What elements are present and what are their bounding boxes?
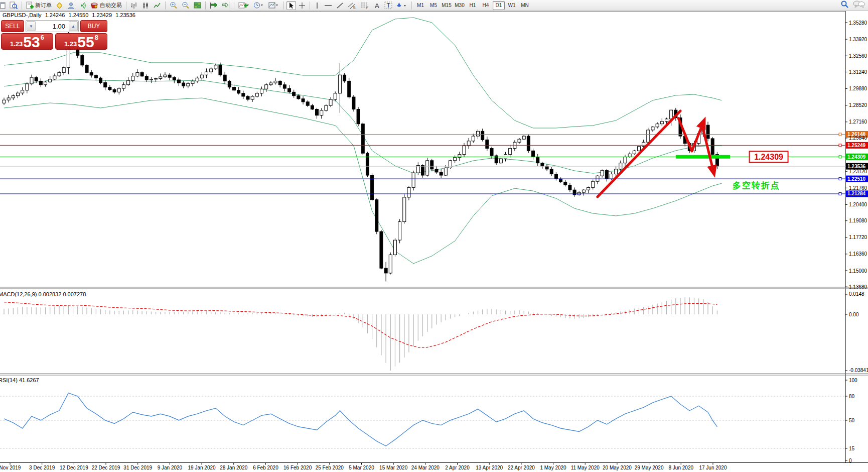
candle-body [246,96,249,99]
candle-body [159,77,162,79]
timeframe-button-H4[interactable]: H4 [480,1,492,10]
timeframe-button-M30[interactable]: M30 [454,1,466,10]
candle-body [39,81,42,84]
candle-body [624,157,627,163]
timeframe-button-M15[interactable]: M15 [441,1,453,10]
volume-down-button[interactable]: ▼ [27,21,36,31]
price-tick-label: 1.15000 [849,268,867,274]
line-chart-icon[interactable] [152,1,163,10]
candle-body [651,127,654,130]
volume-input[interactable]: 1.00 [36,21,68,32]
candle-body [12,96,15,98]
gold-icon[interactable] [54,1,65,10]
candle-body [509,148,512,154]
buy-price-panel[interactable]: 1.23 55 8 [55,33,107,50]
new-order-button[interactable]: 新订单 [25,1,53,10]
rsi-tick-label: 80 [849,394,855,399]
candle-body [53,76,56,79]
sell-price-panel[interactable]: 1.23 53 6 [1,33,53,50]
buy-button[interactable]: BUY [80,20,107,32]
candle-body [407,187,410,197]
zoom-out-icon[interactable] [180,1,191,10]
toolbar-separator [310,2,310,10]
trendline-icon[interactable] [335,1,345,10]
support-zone-bar[interactable] [676,155,730,159]
data-window-icon[interactable] [8,1,19,10]
volume-up-button[interactable]: ▲ [69,21,78,31]
indicators-icon[interactable] [237,1,251,10]
candle-body [200,75,203,78]
buy-price-big: 55 [77,36,94,49]
candle-body [329,99,332,105]
search-icon[interactable] [840,1,849,10]
time-axis[interactable]: Nov 20193 Dec 201912 Dec 201922 Dec 2019… [0,463,727,471]
arrows-icon[interactable] [395,1,409,10]
timeframe-button-H1[interactable]: H1 [467,1,479,10]
toolbar-separator [165,2,166,10]
autotrade-label: 自动交易 [100,2,122,9]
time-tick-label: 25 Feb 2020 [316,465,344,470]
chart-symbol-period: GBPUSD-,Daily [3,12,42,18]
sell-price-big: 53 [23,36,40,49]
candle-body [463,146,466,155]
volume-box: ▼ 1.00 ▲ [26,20,79,32]
svg-text:A: A [375,2,379,9]
level-handle[interactable] [839,192,841,195]
time-tick-label: 3 Dec 2019 [29,465,55,470]
text-icon[interactable]: A [372,1,382,10]
bar-chart-icon[interactable] [129,1,139,10]
candle-body [522,136,525,139]
level-handle[interactable] [839,178,841,180]
auto-scroll-icon[interactable] [208,1,219,10]
candle-body [389,255,392,273]
candle-body [187,83,190,86]
timeframe-button-D1[interactable]: D1 [493,1,505,10]
chart-area[interactable]: 1.261481.252491.243091.235361.225101.212… [0,0,868,472]
rsi-label: RSI(14) 41.6267 [0,377,39,383]
chart-title: GBPUSD-,Daily 1.24246 1.24550 1.23429 1.… [3,12,137,18]
template-icon[interactable] [267,1,281,10]
toolbar-separator [283,2,284,10]
timeframe-button-M5[interactable]: M5 [427,1,440,10]
price-tick-label: 1.16360 [849,251,867,257]
tile-windows-icon[interactable] [192,1,203,10]
cn-note-text: 多空转折点 [733,180,780,190]
periods-icon[interactable] [252,1,266,10]
candle-body [518,139,521,142]
window-icon[interactable] [0,1,7,10]
equidistant-channel-icon[interactable]: E [346,1,358,10]
accounts-icon[interactable] [66,1,76,10]
candle-body [550,169,553,174]
candle-body [191,81,194,83]
candle-body [348,81,351,97]
candlestick-icon[interactable] [140,1,151,10]
crosshair-icon[interactable] [297,1,307,10]
time-tick-label: 11 May 2020 [571,465,600,470]
signals-icon[interactable] [77,1,88,10]
text-label-icon[interactable]: T [383,1,394,10]
level-handle[interactable] [839,133,841,136]
fibonacci-icon[interactable]: F [359,1,371,10]
timeframe-button-MN[interactable]: MN [519,1,531,10]
timeframe-button-W1[interactable]: W1 [506,1,518,10]
zoom-in-icon[interactable] [168,1,179,10]
horizontal-line-icon[interactable] [323,1,334,10]
vertical-line-icon[interactable] [313,1,322,10]
candle-body [99,78,102,82]
sell-button[interactable]: SELL [1,20,24,32]
chat-icon[interactable] [853,1,865,10]
candle-body [592,181,595,187]
candle-body [17,93,20,95]
candle-body [481,131,484,140]
ohlc-close: 1.23536 [115,12,135,18]
candle-body [150,79,153,80]
level-handle[interactable] [839,144,841,147]
autotrade-button[interactable]: 自动交易 [89,1,123,10]
level-handle[interactable] [839,156,841,158]
cursor-icon[interactable] [286,1,296,10]
macd-tick-label: 0.00 [849,312,859,317]
timeframe-button-M1[interactable]: M1 [414,1,426,10]
macd-label: MACD(12,26,9) 0.002832 0.007278 [0,291,86,297]
candle-body [486,140,489,148]
chart-shift-icon[interactable] [220,1,231,10]
